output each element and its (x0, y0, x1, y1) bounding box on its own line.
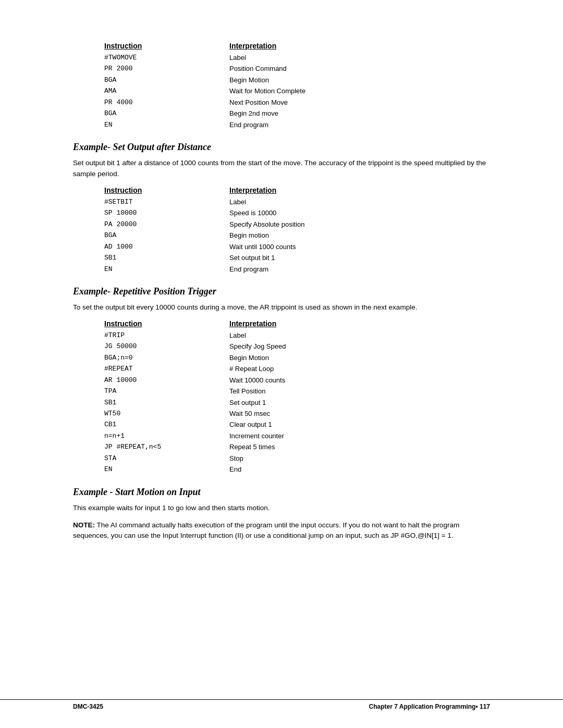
table1-interpretation-rows: LabelPosition CommandBegin MotionWait fo… (229, 52, 490, 130)
table-row-instruction: n=n+1 (104, 430, 229, 441)
section2-body: Set output bit 1 after a distance of 100… (73, 158, 490, 180)
table-row-interpretation: Begin Motion (229, 352, 490, 363)
section3-heading: Example- Repetitive Position Trigger (73, 286, 490, 297)
section2-heading: Example- Set Output after Distance (73, 142, 490, 153)
table-row-instruction: BGA (104, 108, 229, 119)
note-bold-label: NOTE: (73, 521, 95, 529)
table-row-interpretation: Repeat 5 times (229, 441, 490, 452)
section4-heading: Example - Start Motion on Input (73, 487, 490, 498)
table-row-interpretation: Position Command (229, 63, 490, 74)
table1-instruction-rows: #TWOMOVEPR 2000BGAAMAPR 4000BGAEN (104, 52, 229, 130)
table-row-interpretation: Label (229, 330, 490, 341)
table-row-instruction: PR 2000 (104, 63, 229, 74)
section3-body: To set the output bit every 10000 counts… (73, 302, 490, 313)
table-row-interpretation: Set output 1 (229, 397, 490, 408)
table-row-instruction: SP 10000 (104, 207, 229, 218)
table-row-interpretation: Begin motion (229, 230, 490, 241)
table-row-instruction: #TRIP (104, 330, 229, 341)
table-row-instruction: CB1 (104, 419, 229, 430)
table-row-instruction: #REPEAT (104, 363, 229, 374)
table-row-instruction: SB1 (104, 397, 229, 408)
table3-instruction-header: Instruction (104, 319, 229, 328)
section4-body: This example waits for input 1 to go low… (73, 503, 490, 514)
table-row-instruction: JG 50000 (104, 341, 229, 352)
table1-instruction-header: Instruction (104, 42, 229, 50)
table-row-interpretation: Specify Absolute position (229, 219, 490, 230)
table3-instruction-rows: #TRIPJG 50000BGA;n=0#REPEATAR 10000TPASB… (104, 330, 229, 475)
table-row-interpretation: Tell Position (229, 386, 490, 397)
table-row-instruction: AD 1000 (104, 241, 229, 252)
table3-interpretation-header: Interpretation (229, 319, 490, 328)
table-row-interpretation: Label (229, 52, 490, 63)
table1-interpretation-col: Interpretation LabelPosition CommandBegi… (229, 42, 490, 130)
table-row-interpretation: End program (229, 119, 490, 130)
table1-instruction-col: Instruction #TWOMOVEPR 2000BGAAMAPR 4000… (104, 42, 229, 130)
table-row-instruction: TPA (104, 386, 229, 397)
footer-left: DMC-3425 (73, 703, 103, 710)
table-row-interpretation: # Repeat Loop (229, 363, 490, 374)
table-row-instruction: BGA;n=0 (104, 352, 229, 363)
table-row-interpretation: Wait for Motion Complete (229, 85, 490, 96)
table3: Instruction #TRIPJG 50000BGA;n=0#REPEATA… (104, 319, 490, 475)
table2-instruction-rows: #SETBITSP 10000PA 20000BGAAD 1000SB1EN (104, 196, 229, 275)
table-row-interpretation: End (229, 464, 490, 475)
table2-instruction-header: Instruction (104, 186, 229, 194)
table2-interpretation-header: Interpretation (229, 186, 490, 194)
table-row-instruction: STA (104, 453, 229, 464)
table-row-interpretation: Begin Motion (229, 75, 490, 85)
table1: Instruction #TWOMOVEPR 2000BGAAMAPR 4000… (104, 42, 490, 130)
table-row-instruction: #TWOMOVE (104, 52, 229, 63)
table-row-interpretation: Label (229, 196, 490, 207)
table-row-instruction: BGA (104, 230, 229, 241)
table3-interpretation-rows: LabelSpecify Jog SpeedBegin Motion# Repe… (229, 330, 490, 475)
table-row-instruction: EN (104, 464, 229, 475)
table2: Instruction #SETBITSP 10000PA 20000BGAAD… (104, 186, 490, 275)
table-row-interpretation: Set output bit 1 (229, 252, 490, 263)
table-row-instruction: #SETBIT (104, 196, 229, 207)
table1-interpretation-header: Interpretation (229, 42, 490, 50)
table-row-instruction: BGA (104, 75, 229, 85)
table-row-instruction: AMA (104, 85, 229, 96)
table-row-instruction: PR 4000 (104, 97, 229, 108)
section4-note: NOTE: The AI command actually halts exec… (73, 520, 490, 542)
section2: Example- Set Output after Distance Set o… (73, 142, 490, 275)
table3-interpretation-col: Interpretation LabelSpecify Jog SpeedBeg… (229, 319, 490, 475)
section3: Example- Repetitive Position Trigger To … (73, 286, 490, 475)
note-content: The AI command actually halts execution … (73, 521, 459, 540)
table3-instruction-col: Instruction #TRIPJG 50000BGA;n=0#REPEATA… (104, 319, 229, 475)
table-row-interpretation: Specify Jog Speed (229, 341, 490, 352)
table-row-interpretation: Clear output 1 (229, 419, 490, 430)
table-row-interpretation: Next Position Move (229, 97, 490, 108)
table-row-instruction: SB1 (104, 252, 229, 263)
table-row-interpretation: End program (229, 264, 490, 275)
table-row-interpretation: Wait 50 msec (229, 408, 490, 419)
section4: Example - Start Motion on Input This exa… (73, 487, 490, 542)
table-row-interpretation: Wait 10000 counts (229, 375, 490, 386)
table-row-instruction: JP #REPEAT,n<5 (104, 441, 229, 452)
table-row-interpretation: Stop (229, 453, 490, 464)
table-row-interpretation: Begin 2nd move (229, 108, 490, 119)
footer: DMC-3425 Chapter 7 Application Programmi… (0, 699, 563, 713)
table2-instruction-col: Instruction #SETBITSP 10000PA 20000BGAAD… (104, 186, 229, 275)
table-row-instruction: AR 10000 (104, 375, 229, 386)
footer-right: Chapter 7 Application Programming• 117 (369, 703, 490, 710)
table-row-instruction: EN (104, 264, 229, 275)
table-row-instruction: PA 20000 (104, 219, 229, 230)
table-row-interpretation: Increment counter (229, 430, 490, 441)
table-row-instruction: WT50 (104, 408, 229, 419)
table-row-interpretation: Wait until 1000 counts (229, 241, 490, 252)
table2-interpretation-rows: LabelSpeed is 10000Specify Absolute posi… (229, 196, 490, 275)
page: Instruction #TWOMOVEPR 2000BGAAMAPR 4000… (0, 0, 563, 728)
table-row-instruction: EN (104, 119, 229, 130)
table-row-interpretation: Speed is 10000 (229, 207, 490, 218)
table2-interpretation-col: Interpretation LabelSpeed is 10000Specif… (229, 186, 490, 275)
